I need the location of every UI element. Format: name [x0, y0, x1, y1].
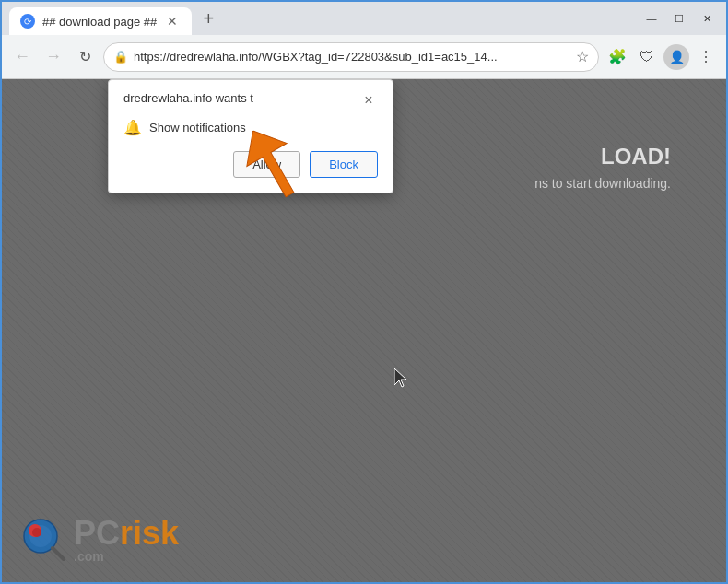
- maximize-button[interactable]: ☐: [667, 8, 691, 29]
- tab-favicon-icon: [20, 14, 35, 29]
- address-bar: ← → ↻ 🔒 https://dredrewlaha.info/WGBX?ta…: [2, 35, 726, 79]
- notification-label: Show notifications: [149, 121, 246, 134]
- popup-title: dredrewlaha.info wants t: [123, 91, 359, 105]
- allow-button[interactable]: Allow: [233, 151, 300, 178]
- back-button[interactable]: ←: [9, 44, 35, 70]
- forward-button[interactable]: →: [41, 44, 66, 70]
- mouse-cursor: [394, 368, 409, 392]
- page-main-text: LOAD!: [601, 144, 671, 169]
- popup-close-button[interactable]: ×: [359, 91, 378, 110]
- lock-icon: 🔒: [113, 50, 128, 64]
- tab-strip: ## download page ## ✕ +: [9, 2, 632, 35]
- title-bar: ## download page ## ✕ + — ☐ ✕: [2, 2, 726, 35]
- page-content: LOAD! ns to start downloading. dredrewla…: [2, 79, 726, 582]
- notification-row: 🔔 Show notifications: [123, 119, 378, 136]
- close-button[interactable]: ✕: [695, 8, 719, 29]
- risk-text: risk: [120, 514, 179, 553]
- page-sub-text: ns to start downloading.: [534, 176, 671, 191]
- reload-button[interactable]: ↻: [72, 44, 98, 70]
- tab-close-button[interactable]: ✕: [164, 13, 181, 29]
- browser-window: ## download page ## ✕ + — ☐ ✕ ← → ↻ 🔒 ht…: [0, 0, 728, 584]
- svg-marker-6: [394, 368, 406, 387]
- pcrisk-logo-icon: [20, 516, 66, 562]
- pcrisk-watermark: PCrisk .com: [20, 514, 179, 564]
- svg-line-5: [53, 548, 64, 559]
- svg-point-4: [32, 528, 41, 537]
- minimize-button[interactable]: —: [640, 8, 663, 29]
- window-controls: — ☐ ✕: [640, 8, 719, 29]
- new-tab-button[interactable]: +: [195, 6, 221, 31]
- toolbar-icons: 🧩 🛡 👤 ⋮: [605, 44, 719, 70]
- shield-icon[interactable]: 🛡: [634, 44, 660, 70]
- notification-popup: dredrewlaha.info wants t × 🔔 Show notifi…: [108, 79, 393, 193]
- extensions-icon[interactable]: 🧩: [605, 44, 630, 70]
- profile-button[interactable]: 👤: [663, 44, 689, 70]
- pcrisk-text-group: PCrisk .com: [74, 514, 179, 564]
- block-button[interactable]: Block: [310, 151, 378, 178]
- bookmark-star-icon[interactable]: ☆: [576, 48, 589, 65]
- url-bar[interactable]: 🔒 https://dredrewlaha.info/WGBX?tag_id=7…: [103, 42, 599, 72]
- bell-icon: 🔔: [123, 119, 142, 136]
- pc-text: PC: [74, 514, 120, 553]
- browser-tab[interactable]: ## download page ## ✕: [9, 7, 192, 35]
- popup-buttons: Allow Block: [123, 151, 378, 178]
- tab-title: ## download page ##: [42, 15, 157, 29]
- menu-button[interactable]: ⋮: [693, 44, 719, 70]
- url-text: https://dredrewlaha.info/WGBX?tag_id=722…: [134, 50, 570, 64]
- popup-header: dredrewlaha.info wants t ×: [123, 91, 378, 110]
